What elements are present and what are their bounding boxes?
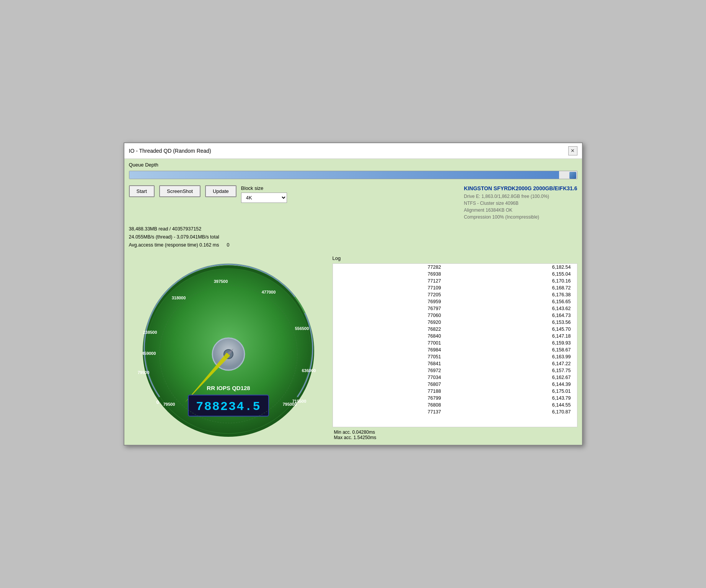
log-row: 771276,170.16 (333, 278, 577, 284)
log-row: 772826,182.54 (333, 264, 577, 271)
log-mbps: 6,176.38 (450, 291, 577, 298)
log-mbps: 6,175.01 (450, 388, 577, 395)
log-row: 769206,153.56 (333, 319, 577, 326)
log-row: 770516,163.99 (333, 353, 577, 360)
svg-text:636000: 636000 (302, 368, 316, 373)
block-size-area: Block size 512B 1K 2K 4K 8K 16K 32K 64K … (241, 185, 287, 203)
svg-text:318000: 318000 (171, 296, 186, 300)
window-title: IO - Threaded QD (Random Read) (129, 148, 211, 154)
stats-row: 38,488.33MB read / 40357937152 24.055MB/… (124, 224, 582, 253)
log-mbps: 6,164.73 (450, 312, 577, 319)
queue-depth-slider[interactable] (129, 171, 577, 179)
slider-area (124, 169, 582, 182)
speedometer-container: 0 79500 238500 318000 397500 477000 5565… (129, 255, 328, 440)
log-mbps: 6,144.55 (450, 402, 577, 408)
svg-text:0: 0 (156, 399, 159, 405)
log-iops: 76938 (333, 271, 450, 278)
drive-name: KINGSTON SFYRDK2000G 2000GB/EIFK31.6 (464, 185, 577, 191)
svg-text:795000: 795000 (282, 402, 297, 407)
max-acc: Max acc. 1.54250ms (334, 435, 576, 440)
drive-detail-3: Alignment 16384KB OK (464, 207, 577, 214)
log-row: 769386,155.04 (333, 271, 577, 278)
log-row: 767976,143.62 (333, 305, 577, 312)
svg-text:788234.5: 788234.5 (196, 400, 261, 414)
log-iops: 77127 (333, 278, 450, 284)
min-acc: Min acc. 0.04280ms (334, 430, 576, 435)
log-iops: 77137 (333, 408, 450, 415)
log-row: 768226,145.70 (333, 326, 577, 333)
log-row: 768416,147.22 (333, 360, 577, 367)
log-row: 768086,144.55 (333, 402, 577, 408)
log-mbps: 6,170.16 (450, 278, 577, 284)
log-mbps: 6,162.67 (450, 374, 577, 381)
drive-detail-2: NTFS - Cluster size 4096B (464, 200, 577, 207)
log-iops: 76799 (333, 395, 450, 402)
log-row: 770016,159.93 (333, 340, 577, 346)
log-mbps: 6,159.93 (450, 340, 577, 346)
close-button[interactable]: × (568, 146, 577, 155)
controls-row: Start ScreenShot Update Block size 512B … (124, 182, 582, 224)
log-iops: 77205 (333, 291, 450, 298)
stat-line-3: Avg.access time (response time) 0.162 ms (129, 241, 219, 249)
log-row: 769726,157.75 (333, 367, 577, 374)
log-row: 767996,143.79 (333, 395, 577, 402)
log-mbps: 6,158.67 (450, 346, 577, 353)
svg-text:238500: 238500 (143, 330, 157, 335)
log-mbps: 6,147.18 (450, 333, 577, 340)
svg-text:477000: 477000 (261, 290, 276, 294)
log-mbps: 6,153.56 (450, 319, 577, 326)
title-bar: IO - Threaded QD (Random Read) × (124, 143, 582, 159)
main-content: 0 79500 238500 318000 397500 477000 5565… (124, 252, 582, 445)
log-row: 772056,176.38 (333, 291, 577, 298)
block-size-select[interactable]: 512B 1K 2K 4K 8K 16K 32K 64K 128K 256K 5… (241, 193, 287, 203)
update-button[interactable]: Update (205, 185, 236, 197)
stat-line-1: 38,488.33MB read / 40357937152 (129, 225, 577, 233)
log-iops: 76984 (333, 346, 450, 353)
gauge-svg: 0 79500 238500 318000 397500 477000 5565… (129, 255, 328, 439)
log-iops: 77001 (333, 340, 450, 346)
log-iops: 77060 (333, 312, 450, 319)
log-row: 770606,164.73 (333, 312, 577, 319)
svg-text:556500: 556500 (295, 326, 309, 331)
log-mbps: 6,144.39 (450, 381, 577, 388)
log-iops: 77051 (333, 353, 450, 360)
log-iops: 76841 (333, 360, 450, 367)
svg-text:79500: 79500 (163, 402, 175, 407)
start-button[interactable]: Start (129, 185, 155, 197)
drive-detail-1: Drive E: 1,863.0/1,862.8GB free (100.0%) (464, 193, 577, 200)
log-row: 769846,158.67 (333, 346, 577, 353)
log-iops: 76822 (333, 326, 450, 333)
log-table-container[interactable]: 772826,182.54769386,155.04771276,170.167… (333, 263, 577, 427)
log-row: 768076,144.39 (333, 381, 577, 388)
log-footer: Min acc. 0.04280ms Max acc. 1.54250ms (333, 427, 577, 440)
log-iops: 77034 (333, 374, 450, 381)
screenshot-button[interactable]: ScreenShot (159, 185, 201, 197)
log-iops: 77188 (333, 388, 450, 395)
log-mbps: 6,155.04 (450, 271, 577, 278)
log-row: 770346,162.67 (333, 374, 577, 381)
log-iops: 76807 (333, 381, 450, 388)
log-iops: 76797 (333, 305, 450, 312)
slider-thumb (569, 172, 576, 179)
log-iops: 77109 (333, 284, 450, 291)
block-size-label: Block size (241, 185, 264, 191)
log-row: 768406,147.18 (333, 333, 577, 340)
log-area: Log 772826,182.54769386,155.04771276,170… (333, 255, 577, 440)
log-mbps: 6,143.62 (450, 305, 577, 312)
log-row: 771376,170.87 (333, 408, 577, 415)
log-row: 771096,168.72 (333, 284, 577, 291)
log-mbps: 6,168.72 (450, 284, 577, 291)
log-mbps: 6,157.75 (450, 367, 577, 374)
log-iops: 76840 (333, 333, 450, 340)
svg-text:RR IOPS QD128: RR IOPS QD128 (207, 385, 250, 391)
queue-label: Queue Depth (124, 159, 582, 169)
log-mbps: 6,170.87 (450, 408, 577, 415)
stat-value: 0 (227, 241, 229, 249)
svg-text:79500: 79500 (137, 370, 149, 375)
log-iops: 77282 (333, 264, 450, 271)
drive-detail-4: Compression 100% (Incompressible) (464, 214, 577, 220)
log-mbps: 6,145.70 (450, 326, 577, 333)
log-mbps: 6,143.79 (450, 395, 577, 402)
log-iops: 76959 (333, 298, 450, 305)
svg-text:459000: 459000 (142, 351, 156, 356)
